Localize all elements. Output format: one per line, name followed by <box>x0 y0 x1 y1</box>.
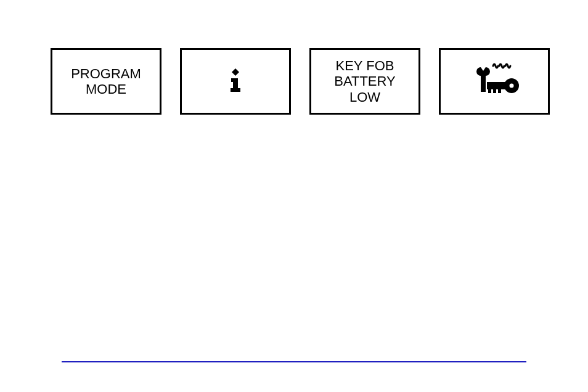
svg-rect-1 <box>488 89 491 93</box>
panel-label: KEY FOB BATTERY LOW <box>334 58 395 105</box>
panel-program-mode: PROGRAM MODE <box>51 48 161 115</box>
wrench-key-signal-icon <box>470 61 519 101</box>
info-icon <box>227 67 243 95</box>
panel-key-signal <box>439 48 550 115</box>
page-divider <box>62 361 526 362</box>
svg-rect-3 <box>498 89 501 93</box>
svg-rect-2 <box>493 89 496 93</box>
panel-key-fob-battery-low: KEY FOB BATTERY LOW <box>309 48 420 115</box>
indicator-panel-row: PROGRAM MODE KEY FOB BATTERY LOW <box>51 48 550 115</box>
panel-info <box>180 48 291 115</box>
svg-point-5 <box>510 84 514 88</box>
panel-label: PROGRAM MODE <box>71 66 141 97</box>
